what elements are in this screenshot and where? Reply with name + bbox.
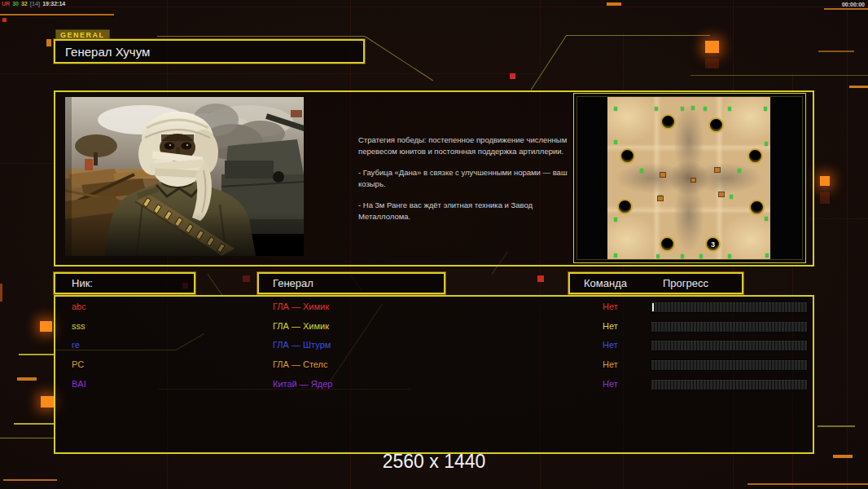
accent-dash (849, 86, 868, 88)
map-start-position (747, 148, 763, 164)
general-title-box: Генерал Хучум (54, 39, 365, 64)
briefing-paragraph: Стратегия победы: постепенное продвижени… (358, 134, 568, 156)
column-header-team-progress: Команда Прогресс (568, 272, 743, 294)
map-debris (719, 192, 724, 196)
briefing-paragraph: - Гаубица «Дана» в связке с улучшенными … (358, 167, 568, 189)
player-team: Нет (603, 379, 618, 389)
red-square (537, 275, 544, 282)
progress-header-label: Прогресс (663, 277, 708, 289)
map-supply-marker (691, 106, 695, 110)
accent-dash (17, 377, 37, 381)
column-header-general: Генерал (257, 272, 445, 294)
map-supply-marker (640, 169, 643, 173)
map-start-position (660, 114, 676, 130)
accent-dash (0, 14, 114, 15)
loading-screen: UR3032[14]19:32:14 00:00:00 GENERAL Гене… (0, 0, 868, 489)
briefing-panel: Стратегия победы: постепенное продвижени… (54, 90, 814, 267)
glow-square-reflection (820, 192, 830, 204)
player-general: ГЛА — Штурм (273, 340, 331, 350)
player-general: ГЛА — Химик (273, 321, 329, 331)
hud-stat: 32 (21, 1, 28, 7)
player-list-panel: abc ГЛА — Химик Нет sss ГЛА — Химик Нет … (54, 295, 814, 454)
circuit-line (208, 274, 224, 297)
circuit-line (0, 438, 55, 438)
map-start-position (617, 199, 633, 214)
map-supply-marker (765, 253, 769, 258)
accent-dash (824, 8, 868, 10)
map-supply-marker (699, 254, 703, 258)
map-supply-marker (765, 217, 768, 221)
map-supply-marker (765, 142, 768, 146)
red-square (243, 275, 250, 282)
red-square (510, 73, 515, 79)
map-debris (715, 168, 720, 172)
map-start-position (620, 148, 635, 164)
circuit-line (818, 425, 855, 427)
grid-line (0, 163, 54, 164)
nick-header-label: Ник: (72, 277, 93, 289)
player-nick: abc (72, 302, 86, 311)
map-supply-marker (614, 107, 617, 111)
hud-clock: 19:32:14 (42, 1, 65, 7)
strategy-briefing: Стратегия победы: постепенное продвижени… (358, 134, 568, 232)
player-nick: PC (72, 359, 84, 369)
accent-dash (46, 39, 51, 46)
accent-dash (607, 2, 621, 6)
resolution-label: 2560 x 1440 (0, 451, 868, 473)
circuit-line (19, 354, 55, 355)
start-position-number: 3 (711, 240, 715, 249)
team-header-label: Команда (584, 277, 627, 289)
map-start-position-3: 3 (705, 236, 721, 252)
player-general: Китай — Ядер (273, 379, 332, 389)
map-supply-marker (738, 169, 741, 173)
map-debris (660, 173, 665, 177)
match-timer: 00:00:00 (842, 2, 865, 7)
loading-progress-bar (651, 302, 808, 313)
glow-square (705, 41, 719, 53)
map-start-position (660, 236, 675, 252)
red-square (2, 18, 7, 22)
hud-debug-stats: UR3032[14]19:32:14 (2, 1, 68, 7)
map-supply-marker (704, 107, 707, 111)
briefing-paragraph: - На 3м Ранге вас ждёт элитная техника и… (358, 200, 568, 222)
accent-dash (3, 479, 57, 481)
map-debris (691, 178, 695, 182)
accent-dash (818, 51, 854, 52)
player-nick: re (72, 340, 80, 350)
hud-stat: 30 (12, 1, 19, 7)
map-supply-marker (681, 254, 684, 258)
map-debris (658, 196, 663, 200)
map-supply-marker (728, 254, 731, 258)
circuit-line (14, 423, 55, 425)
map-supply-marker (656, 254, 660, 258)
glow-square (41, 396, 54, 408)
map-start-position (708, 117, 724, 133)
circuit-line (690, 75, 868, 76)
circuit-line (157, 36, 365, 37)
loading-progress-bar (651, 359, 808, 371)
loading-progress-bar (651, 321, 808, 333)
player-row: abc ГЛА — Химик Нет (55, 302, 813, 318)
player-general: ГЛА — Химик (273, 302, 329, 311)
general-title: Генерал Хучум (65, 45, 150, 59)
player-team: Нет (603, 321, 618, 331)
grid-line (0, 7, 868, 7)
circuit-line (531, 35, 567, 90)
accent-dash (0, 284, 2, 302)
player-row: BAI Китай — Ядер Нет (55, 379, 813, 395)
player-row: sss ГЛА — Химик Нет (55, 321, 813, 337)
map-supply-marker (614, 218, 617, 222)
map-supply-marker (728, 107, 731, 111)
map-supply-marker (614, 140, 617, 144)
map-supply-marker (764, 107, 767, 111)
map-supply-marker (730, 195, 733, 199)
glow-square-reflection (705, 59, 719, 68)
loading-progress-bar (651, 379, 808, 390)
player-team: Нет (603, 359, 618, 369)
accent-dash (747, 483, 868, 485)
player-team: Нет (603, 302, 618, 311)
player-general: ГЛА — Стелс (273, 359, 328, 369)
glow-square (820, 176, 830, 186)
player-team: Нет (603, 340, 618, 350)
map-start-position (749, 200, 765, 215)
